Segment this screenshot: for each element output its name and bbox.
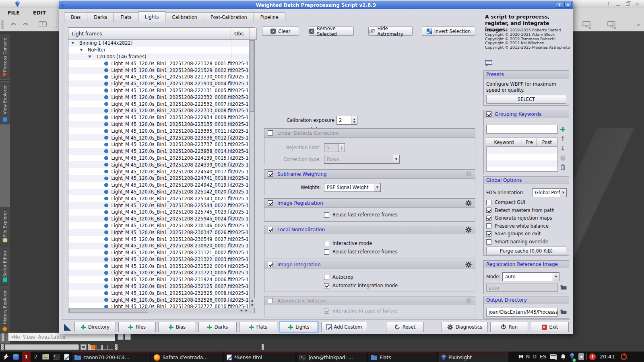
clipboard-icon[interactable] <box>51 21 57 27</box>
subframe-weighting-gear-icon[interactable] <box>466 171 472 177</box>
color-swatch-1[interactable] <box>97 345 102 350</box>
remove-selected-button[interactable]: Remove Selected <box>309 27 354 36</box>
file-row[interactable]: Light_M 45_120.0s_Bin1_20251208-231121_0… <box>68 249 249 256</box>
autocrop-row[interactable]: Autocrop <box>324 274 353 280</box>
file-row[interactable]: Light_M 45_120.0s_Bin1_20251208-222934_0… <box>68 114 249 121</box>
tolerance-spin-buttons[interactable]: ▲▼ <box>351 116 357 124</box>
scroll-left-icon[interactable]: ◀ <box>239 308 244 313</box>
interactive-mode-checkbox[interactable] <box>324 241 329 246</box>
file-row[interactable]: Light_M 45_120.0s_Bin1_20251208-224741_0… <box>68 175 249 182</box>
close-all-windows-icon[interactable] <box>607 21 615 29</box>
file-row[interactable]: Light_M 45_120.0s_Bin1_20251208-222332_0… <box>68 94 249 101</box>
file-row[interactable]: Light_M 45_120.0s_Bin1_20251208-223737_0… <box>68 141 249 148</box>
tab-flats[interactable]: Flats <box>114 12 138 22</box>
dialog-close-button[interactable]: ✕ <box>564 2 572 8</box>
file-row[interactable]: Light_M 45_120.0s_Bin1_20251208-225945_0… <box>68 216 249 222</box>
sidebar-tab-history-explorer[interactable]: History Explorer <box>0 286 10 334</box>
tree-group-row[interactable]: 120.00s (146 frames) <box>68 53 249 60</box>
automatic-integration-checkbox[interactable] <box>324 283 329 288</box>
toolbar-overflow-icon[interactable] <box>637 21 640 28</box>
hscroll-thumb[interactable] <box>69 309 148 313</box>
workspace-2[interactable]: 2 <box>31 352 40 362</box>
file-row[interactable]: Light_M 45_120.0s_Bin1_20251208-232325_0… <box>68 290 249 296</box>
scroll-up-icon[interactable]: ▲ <box>250 298 255 303</box>
main-restore-button[interactable] <box>626 2 630 6</box>
run-button[interactable]: Run <box>490 322 528 332</box>
file-row[interactable]: Light_M 45_120.0s_Bin1_20251208-222733_0… <box>68 107 249 114</box>
main-close-button[interactable]: × <box>634 1 641 7</box>
workspace-1[interactable]: 1 <box>22 352 31 362</box>
checkbox[interactable] <box>486 200 491 205</box>
taskbar-window-untitled[interactable]: *Sense títol <box>224 352 295 362</box>
image-registration-checkbox[interactable] <box>268 200 273 206</box>
file-row[interactable]: Light_M 45_120.0s_Bin1_20251208-224540_0… <box>68 168 249 175</box>
image-integration-checkbox[interactable] <box>268 262 273 267</box>
window-manager-logo-icon[interactable] <box>1 353 10 361</box>
expander-icon[interactable] <box>80 49 83 51</box>
ln-reuse-reference-checkbox[interactable] <box>324 249 329 255</box>
sidebar-tab-view-explorer[interactable]: View Explorer <box>0 81 10 125</box>
main-shade-button[interactable]: ↑ <box>605 1 612 7</box>
reuse-reference-row[interactable]: Reuse last reference frames <box>324 212 398 218</box>
checkbox[interactable] <box>486 223 491 228</box>
file-row[interactable]: Light_M 45_120.0s_Bin1_20251208-225343_0… <box>68 195 249 202</box>
exit-button[interactable]: Exit <box>531 322 569 332</box>
terminal-launcher-icon[interactable] <box>52 353 60 361</box>
tree-group-row[interactable]: NoFilter <box>68 47 249 53</box>
autocrop-checkbox[interactable] <box>324 275 329 280</box>
sidebar-tab-process-console[interactable]: Process Console <box>0 34 10 80</box>
dialog-shade-button[interactable]: ↑ <box>556 2 563 8</box>
tab-darks[interactable]: Darks <box>87 12 114 22</box>
image-registration-gear-icon[interactable] <box>465 200 472 206</box>
expander-icon[interactable] <box>71 42 74 44</box>
file-row[interactable]: Light_M 45_120.0s_Bin1_20251208-231924_0… <box>68 276 249 283</box>
keyword-input[interactable] <box>486 125 558 134</box>
horizontal-scrollbar[interactable]: ◀ ▶ <box>68 308 249 313</box>
comment-icon[interactable] <box>485 60 492 66</box>
astrometric-solution-checkbox[interactable] <box>268 298 273 303</box>
file-row[interactable]: Light_M 45_120.0s_Bin1_20251208-224139_0… <box>68 155 249 162</box>
column-header-light-frames[interactable]: Light frames <box>68 28 231 40</box>
column-header-obs[interactable]: Obs <box>231 28 250 40</box>
bottom-scrollbar[interactable] <box>5 344 79 350</box>
redo-icon[interactable] <box>22 21 29 27</box>
global-option-preserve-white-balance[interactable]: Preserve white balance <box>486 223 549 229</box>
scroll-down-icon[interactable]: ▼ <box>250 303 255 308</box>
output-browse-folder-icon[interactable] <box>560 309 567 315</box>
checkbox[interactable] <box>486 208 491 213</box>
file-row[interactable]: Light_M 45_120.0s_Bin1_20251208-231322_0… <box>68 256 249 263</box>
file-row[interactable]: Light_M 45_120.0s_Bin1_20251208-232125_0… <box>68 283 249 290</box>
diagnostics-button[interactable]: Diagnostics <box>442 322 488 332</box>
taskbar-window-pixinsight[interactable]: PixInsight <box>438 352 508 362</box>
keyword-down-icon[interactable]: ↓ <box>560 146 566 151</box>
hide-astrometry-button[interactable]: Hide Astrometry <box>368 27 413 36</box>
clear-button[interactable]: Clear <box>262 27 299 36</box>
sidebar-tab-file-explorer[interactable]: File Explorer <box>0 207 10 245</box>
weights-dropdown[interactable]: PSF Signal Weight <box>324 183 381 192</box>
tolerance-input[interactable]: 2 ▲▼ <box>336 116 357 125</box>
image-integration-gear-icon[interactable] <box>465 261 472 268</box>
menu-file[interactable]: FILE <box>8 10 20 16</box>
taskbar-window-flats[interactable]: Flats <box>368 352 437 362</box>
menu-edit[interactable]: EDIT <box>33 10 46 16</box>
expander-icon[interactable] <box>88 56 91 58</box>
input-method-icon[interactable] <box>550 354 557 359</box>
fits-orientation-dropdown[interactable]: Global Pref <box>532 188 567 197</box>
keyword-up-icon[interactable]: ↑ <box>560 136 566 142</box>
file-row[interactable]: Light_M 45_120.0s_Bin1_20251208-232727_0… <box>68 303 249 308</box>
taskbar-window-inbox[interactable]: Safata d'entrada... <box>151 352 223 362</box>
add-directory-button[interactable]: Directory <box>74 322 116 332</box>
reference-browse-folder-icon[interactable] <box>560 284 567 290</box>
taskbar-window-canon[interactable]: canon70-200-IC4... <box>72 352 150 362</box>
readout-mode-button[interactable] <box>80 344 87 350</box>
dialog-titlebar[interactable]: Weighted Batch Preprocessing Script v2.8… <box>59 1 573 9</box>
file-row[interactable]: Light_M 45_120.0s_Bin1_20251208-230549_0… <box>68 236 249 243</box>
main-minimize-button[interactable] <box>616 5 620 6</box>
file-row[interactable]: Light_M 45_120.0s_Bin1_20251208-231723_0… <box>68 269 249 276</box>
keyword-trash-icon[interactable] <box>560 164 566 170</box>
keyboard-layout-indicator[interactable]: ES <box>540 354 546 360</box>
clock[interactable]: 20:41 <box>600 354 615 360</box>
add-flats-button[interactable]: Flats <box>239 322 277 332</box>
file-row[interactable]: Light_M 45_120.0s_Bin1_20251208-230146_0… <box>68 222 249 229</box>
toolbar-grip[interactable] <box>1 20 4 29</box>
